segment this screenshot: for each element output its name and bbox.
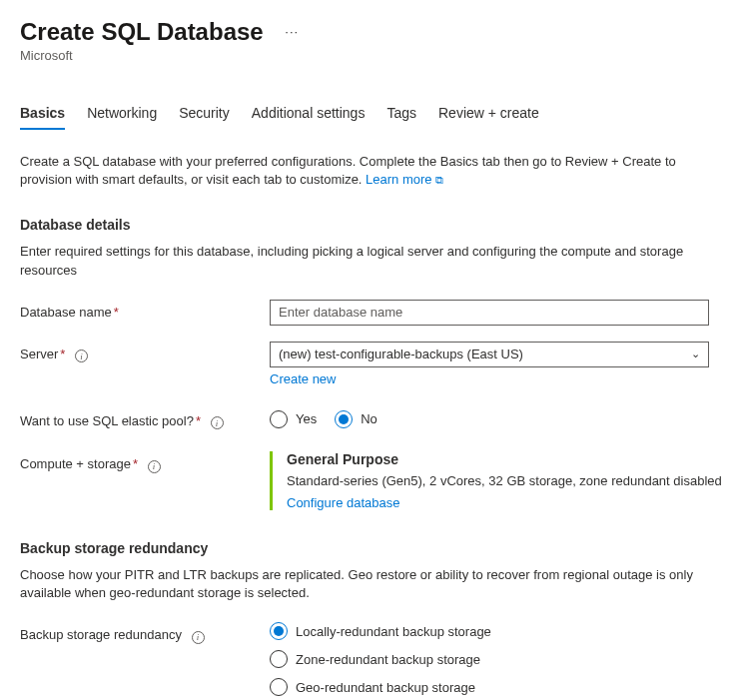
elastic-pool-label: Want to use SQL elastic pool?* — [20, 408, 270, 430]
intro-text-body: Create a SQL database with your preferre… — [20, 154, 676, 187]
backup-zone-redundant-radio[interactable]: Zone-redundant backup storage — [270, 650, 727, 668]
create-new-server-link[interactable]: Create new — [270, 371, 336, 386]
compute-tier-title: General Purpose — [287, 451, 727, 467]
row-compute-storage: Compute + storage* General Purpose Stand… — [20, 451, 727, 510]
radio-label: Geo-redundant backup storage — [296, 680, 475, 695]
radio-icon — [270, 678, 288, 696]
radio-label: No — [361, 411, 377, 426]
backup-section-desc: Choose how your PITR and LTR backups are… — [20, 566, 727, 602]
configure-database-link[interactable]: Configure database — [287, 495, 399, 510]
backup-section-title: Backup storage redundancy — [20, 540, 727, 556]
learn-more-link[interactable]: Learn more⧉ — [366, 172, 442, 187]
radio-icon — [270, 410, 288, 428]
page-title: Create SQL Database — [20, 18, 264, 46]
radio-icon — [270, 622, 288, 640]
tab-security[interactable]: Security — [179, 99, 230, 129]
tab-basics[interactable]: Basics — [20, 99, 65, 129]
tab-bar: Basics Networking Security Additional se… — [20, 99, 727, 129]
database-details-desc: Enter required settings for this databas… — [20, 243, 727, 279]
elastic-pool-no-radio[interactable]: No — [335, 410, 377, 428]
learn-more-label: Learn more — [366, 172, 431, 187]
database-name-label: Database name* — [20, 300, 270, 320]
radio-icon — [335, 410, 353, 428]
external-link-icon: ⧉ — [435, 173, 443, 188]
backup-geo-redundant-radio[interactable]: Geo-redundant backup storage — [270, 678, 727, 696]
row-database-name: Database name* — [20, 300, 727, 326]
tab-review-create[interactable]: Review + create — [438, 99, 539, 129]
info-icon[interactable] — [75, 350, 88, 362]
server-select[interactable]: (new) test-configurable-backups (East US… — [270, 342, 709, 367]
radio-label: Yes — [296, 411, 317, 426]
radio-label: Zone-redundant backup storage — [296, 652, 480, 667]
info-icon[interactable] — [148, 460, 161, 473]
server-select-value: (new) test-configurable-backups (East US… — [279, 347, 523, 361]
server-label: Server* — [20, 342, 270, 363]
row-elastic-pool: Want to use SQL elastic pool?* Yes No — [20, 408, 727, 430]
intro-text: Create a SQL database with your preferre… — [20, 153, 727, 189]
publisher-subtitle: Microsoft — [20, 48, 727, 63]
radio-label: Locally-redundant backup storage — [296, 624, 491, 639]
chevron-down-icon: ⌄ — [691, 348, 700, 360]
row-server: Server* (new) test-configurable-backups … — [20, 342, 727, 386]
compute-storage-label: Compute + storage* — [20, 451, 270, 473]
tab-additional-settings[interactable]: Additional settings — [252, 99, 366, 129]
tab-networking[interactable]: Networking — [87, 99, 157, 129]
backup-locally-redundant-radio[interactable]: Locally-redundant backup storage — [270, 622, 727, 640]
row-backup-redundancy: Backup storage redundancy Locally-redund… — [20, 622, 727, 696]
more-actions-button[interactable]: ··· — [285, 24, 299, 39]
header-area: Create SQL Database ··· Microsoft — [20, 18, 727, 63]
elastic-pool-yes-radio[interactable]: Yes — [270, 410, 317, 428]
database-details-title: Database details — [20, 217, 727, 233]
database-name-input[interactable] — [270, 300, 709, 326]
tab-tags[interactable]: Tags — [386, 99, 416, 129]
backup-redundancy-label: Backup storage redundancy — [20, 622, 270, 644]
compute-tier-desc: Standard-series (Gen5), 2 vCores, 32 GB … — [287, 471, 727, 491]
info-icon[interactable] — [192, 631, 205, 644]
info-icon[interactable] — [211, 416, 224, 429]
compute-summary: General Purpose Standard-series (Gen5), … — [270, 451, 727, 510]
radio-icon — [270, 650, 288, 668]
